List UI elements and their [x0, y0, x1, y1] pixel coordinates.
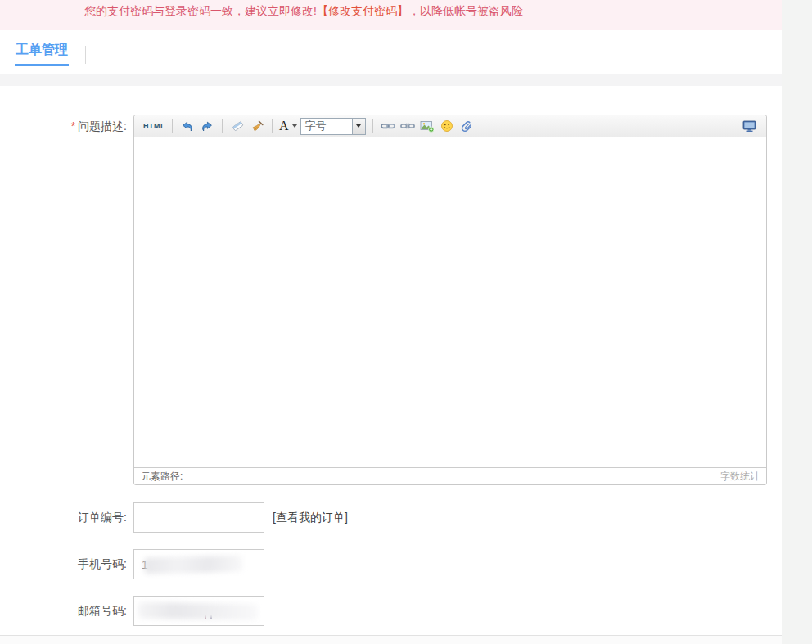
- email-label: 邮箱号码:: [0, 604, 127, 619]
- chevron-down-icon: [292, 124, 297, 128]
- remove-link-icon: [400, 119, 415, 133]
- banner-text-before: 您的支付密码与登录密码一致，建议立即修改!: [84, 4, 317, 17]
- work-order-form: *问题描述: HTML: [0, 86, 782, 636]
- redo-icon: [201, 119, 214, 133]
- change-pay-password-link[interactable]: 【修改支付密码】: [317, 4, 408, 17]
- chevron-down-icon: [356, 124, 361, 128]
- hyperlink-icon: [381, 119, 395, 133]
- tab-work-order[interactable]: 工单管理: [15, 42, 69, 66]
- emoticon-button[interactable]: [439, 117, 455, 135]
- attachment-icon: [460, 119, 473, 133]
- emoticon-icon: [440, 119, 453, 133]
- html-source-label: HTML: [143, 122, 165, 130]
- insert-image-icon: [420, 119, 435, 133]
- eraser-icon: [231, 119, 245, 133]
- attachment-button[interactable]: [458, 117, 475, 135]
- undo-button[interactable]: [179, 117, 196, 135]
- fullscreen-button[interactable]: [741, 117, 757, 135]
- format-brush-button[interactable]: [249, 117, 265, 135]
- fullscreen-icon: [742, 120, 756, 133]
- toolbar-separator: [272, 119, 273, 133]
- phone-number-row: 手机号码: 1: [0, 549, 782, 579]
- format-brush-icon: [250, 119, 264, 133]
- phone-number-label: 手机号码:: [0, 557, 127, 572]
- remove-link-button[interactable]: [399, 117, 416, 135]
- tab-bar: 工单管理: [0, 30, 782, 74]
- font-size-value: 字号: [301, 119, 352, 133]
- redaction-smudge: [138, 602, 258, 621]
- undo-icon: [181, 119, 194, 133]
- email-row: 邮箱号码:: [0, 596, 782, 626]
- redo-button[interactable]: [199, 117, 215, 135]
- editor-toolbar: HTML: [134, 115, 766, 137]
- font-size-select[interactable]: 字号: [300, 118, 366, 135]
- element-path-label: 元素路径:: [141, 470, 183, 484]
- font-size-dropdown-button[interactable]: [352, 119, 365, 134]
- html-source-button[interactable]: HTML: [143, 117, 165, 135]
- banner-text-after: ，以降低帐号被盗风险: [408, 4, 523, 17]
- rich-text-editor: HTML: [133, 115, 767, 485]
- required-mark: *: [71, 119, 75, 133]
- eraser-button[interactable]: [229, 117, 246, 135]
- tab-divider: [85, 46, 86, 64]
- editor-content[interactable]: [134, 137, 766, 467]
- order-number-row: 订单编号: [查看我的订单]: [0, 502, 782, 533]
- description-label: *问题描述:: [0, 115, 127, 134]
- description-row: *问题描述: HTML: [0, 86, 782, 485]
- email-input[interactable]: [133, 596, 264, 626]
- toolbar-separator: [372, 119, 373, 133]
- order-number-input[interactable]: [133, 502, 264, 533]
- redaction-smudge: [144, 555, 242, 574]
- editor-statusbar: 元素路径: 字数统计: [134, 467, 766, 484]
- font-color-button[interactable]: A: [279, 117, 297, 135]
- insert-image-button[interactable]: [419, 117, 435, 135]
- toolbar-separator: [172, 119, 173, 133]
- view-my-orders-link[interactable]: [查看我的订单]: [273, 511, 348, 525]
- page-container: 您的支付密码与登录密码一致，建议立即修改!【修改支付密码】，以降低帐号被盗风险 …: [0, 0, 782, 644]
- footer-gap: [0, 636, 782, 644]
- word-count-label: 字数统计: [720, 470, 760, 484]
- gray-strip: [0, 74, 782, 86]
- font-color-icon: A: [279, 119, 289, 133]
- security-warning-banner: 您的支付密码与登录密码一致，建议立即修改!【修改支付密码】，以降低帐号被盗风险: [0, 0, 782, 30]
- toolbar-separator: [222, 119, 223, 133]
- order-number-label: 订单编号:: [0, 511, 127, 525]
- phone-number-input[interactable]: 1: [133, 549, 264, 579]
- hyperlink-button[interactable]: [380, 117, 396, 135]
